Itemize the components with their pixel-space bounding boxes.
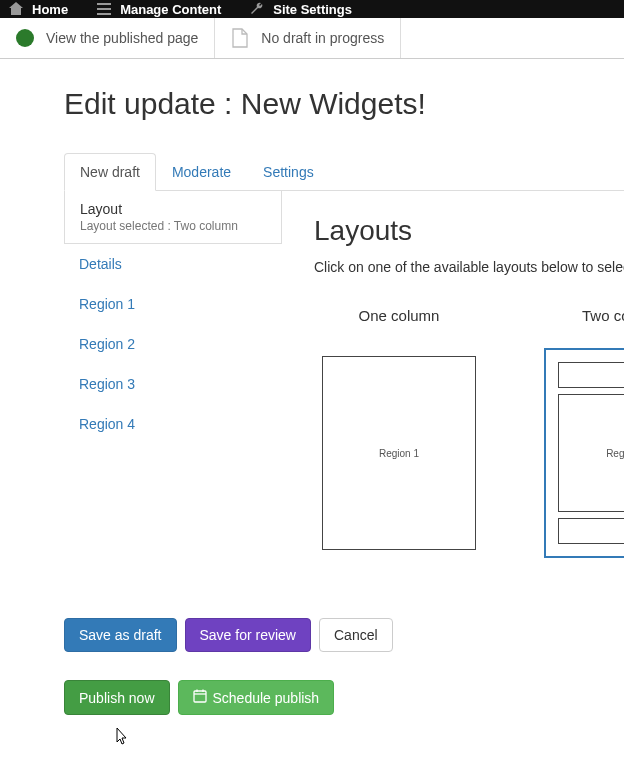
page-title: Edit update : New Widgets! [64, 87, 624, 121]
nav-home[interactable]: Home [8, 1, 68, 17]
region-label: Region [606, 448, 624, 459]
tab-settings[interactable]: Settings [247, 153, 330, 191]
side-item-details[interactable]: Details [64, 244, 282, 284]
layout-one-label: One column [314, 307, 484, 324]
side-item-region-1[interactable]: Region 1 [64, 284, 282, 324]
svg-rect-2 [97, 13, 111, 15]
status-dot-icon [16, 29, 34, 47]
publish-now-button[interactable]: Publish now [64, 680, 170, 715]
side-menu-layout-panel[interactable]: Layout Layout selected : Two column [64, 191, 282, 244]
top-navbar: Home Manage Content Site Settings [0, 0, 624, 18]
tab-bar: New draft Moderate Settings [64, 153, 624, 191]
cancel-button[interactable]: Cancel [319, 618, 393, 652]
schedule-publish-label: Schedule publish [213, 690, 320, 706]
nav-manage-label: Manage Content [120, 2, 221, 17]
nav-home-label: Home [32, 2, 68, 17]
calendar-icon [193, 689, 207, 706]
layouts-heading: Layouts [314, 215, 624, 247]
svg-rect-3 [194, 691, 206, 702]
schedule-publish-button[interactable]: Schedule publish [178, 680, 335, 715]
save-for-review-button[interactable]: Save for review [185, 618, 311, 652]
svg-rect-1 [97, 8, 111, 10]
home-icon [8, 1, 24, 17]
layout-two-label: Two column [544, 307, 624, 324]
document-icon [231, 28, 249, 48]
layout-option-two-column[interactable]: Two column Region [544, 307, 624, 558]
side-item-region-3[interactable]: Region 3 [64, 364, 282, 404]
nav-manage-content[interactable]: Manage Content [96, 1, 221, 17]
layout-one-thumb: Region 1 [322, 356, 476, 550]
nav-site-settings[interactable]: Site Settings [249, 1, 352, 17]
layouts-hint: Click on one of the available layouts be… [314, 259, 624, 275]
layout-heading: Layout [80, 201, 266, 217]
layout-subheading: Layout selected : Two column [80, 219, 266, 233]
nav-settings-label: Site Settings [273, 2, 352, 17]
tab-moderate[interactable]: Moderate [156, 153, 247, 191]
side-item-region-4[interactable]: Region 4 [64, 404, 282, 444]
wrench-icon [249, 1, 265, 17]
view-published-label: View the published page [46, 30, 198, 46]
save-as-draft-button[interactable]: Save as draft [64, 618, 177, 652]
draft-status-label: No draft in progress [261, 30, 384, 46]
side-item-region-2[interactable]: Region 2 [64, 324, 282, 364]
svg-rect-0 [97, 3, 111, 5]
layout-two-thumb: Region [552, 356, 624, 550]
region-1-label: Region 1 [379, 448, 419, 459]
sub-navbar: View the published page No draft in prog… [0, 18, 624, 59]
side-menu: Layout Layout selected : Two column Deta… [64, 191, 282, 582]
layout-option-one-column[interactable]: One column Region 1 [314, 307, 484, 558]
tab-new-draft[interactable]: New draft [64, 153, 156, 191]
list-icon [96, 1, 112, 17]
view-published-link[interactable]: View the published page [0, 18, 215, 58]
draft-status: No draft in progress [215, 18, 401, 58]
action-buttons: Save as draft Save for review Cancel Pub… [64, 618, 584, 715]
